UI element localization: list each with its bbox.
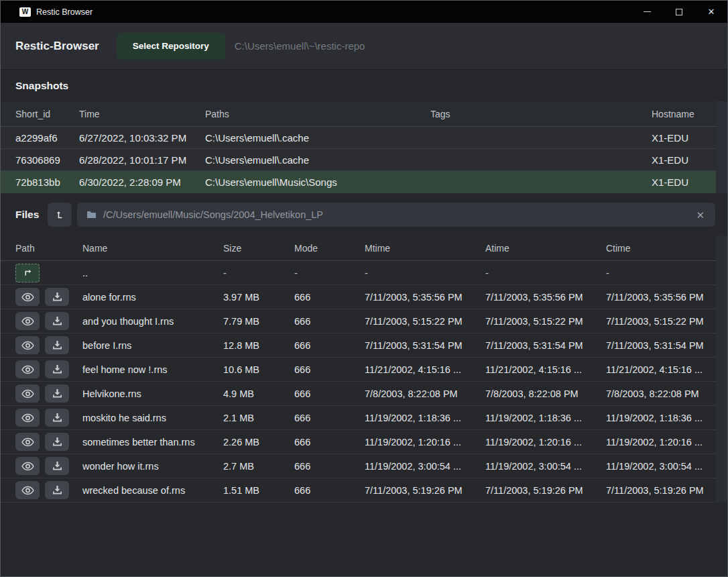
file-atime: 11/21/2002, 4:15:16 ... (485, 364, 606, 375)
snapshot-short-id: 72b813bb (15, 176, 79, 188)
eye-icon (21, 462, 34, 471)
minimize-button[interactable] (631, 1, 663, 23)
file-name[interactable]: alone for.rns (82, 292, 223, 303)
files-col-atime[interactable]: Atime (485, 243, 606, 254)
file-name[interactable]: .. (82, 268, 223, 278)
file-name[interactable]: and you thought I.rns (82, 316, 223, 327)
file-mtime: 7/8/2003, 8:22:08 PM (365, 388, 485, 399)
file-ctime: 7/11/2003, 5:19:26 PM (606, 485, 716, 496)
file-row: before I.rns 12.8 MB 666 7/11/2003, 5:31… (1, 333, 716, 358)
file-name[interactable]: moskito he said.rns (82, 413, 223, 423)
close-button[interactable]: ✕ (695, 1, 727, 23)
download-file-button[interactable] (45, 433, 69, 451)
file-mtime: 7/11/2003, 5:31:54 PM (365, 340, 485, 351)
files-table: Path Name Size Mode Mtime Atime Ctime ..… (1, 235, 727, 503)
snapshot-time: 6/30/2022, 2:28:09 PM (79, 176, 205, 188)
file-mtime: 11/19/2002, 1:20:16 ... (365, 437, 485, 448)
files-col-ctime[interactable]: Ctime (606, 243, 716, 254)
files-path-value: /C/Users/emuell/Music/Songs/2004_Helveti… (103, 209, 323, 220)
file-name[interactable]: wonder how it.rns (82, 461, 223, 472)
snapshot-row-selected[interactable]: 72b813bb 6/30/2022, 2:28:09 PM C:\Users\… (1, 171, 716, 193)
eye-icon (21, 437, 34, 447)
file-mode: 666 (294, 461, 365, 472)
eye-icon (21, 365, 34, 374)
titlebar[interactable]: W Restic Browser ✕ (1, 1, 727, 23)
file-atime: 7/11/2003, 5:15:22 PM (485, 316, 606, 327)
snapshot-hostname: X1-EDU (652, 132, 716, 144)
scrollbar-track[interactable] (716, 235, 727, 503)
file-row: wonder how it.rns 2.7 MB 666 11/19/2002,… (1, 454, 716, 478)
file-atime: 11/19/2002, 3:00:54 ... (485, 461, 606, 472)
snapshots-col-hostname[interactable]: Hostname (652, 109, 716, 119)
file-mtime: 11/21/2002, 4:15:16 ... (365, 364, 485, 375)
files-col-name[interactable]: Name (82, 243, 223, 254)
file-size: 2.1 MB (223, 413, 294, 423)
snapshot-row[interactable]: a2299af6 6/27/2022, 10:03:32 PM C:\Users… (1, 127, 716, 149)
up-dir-button[interactable] (15, 264, 40, 282)
file-size: 1.51 MB (223, 485, 294, 496)
file-atime: 7/8/2003, 8:22:08 PM (485, 388, 606, 399)
preview-file-button[interactable] (15, 481, 40, 499)
download-icon (52, 364, 62, 374)
preview-file-button[interactable] (15, 409, 40, 427)
clear-path-button[interactable]: ✕ (694, 209, 706, 221)
preview-file-button[interactable] (15, 433, 40, 451)
download-file-button[interactable] (45, 481, 69, 499)
file-mtime: 7/11/2003, 5:19:26 PM (365, 485, 485, 496)
preview-file-button[interactable] (15, 457, 40, 475)
file-name[interactable]: sometimes better than.rns (82, 437, 223, 448)
goto-root-button[interactable] (48, 203, 72, 227)
download-file-button[interactable] (45, 312, 69, 330)
snapshots-col-short-id[interactable]: Short_id (15, 109, 79, 119)
preview-file-button[interactable] (15, 360, 40, 378)
download-file-button[interactable] (45, 288, 69, 306)
preview-file-button[interactable] (15, 312, 40, 330)
level-up-icon (56, 211, 64, 219)
download-file-button[interactable] (45, 457, 69, 475)
download-icon (52, 292, 62, 302)
window-controls: ✕ (631, 1, 727, 23)
file-name[interactable]: wrecked because of.rns (82, 485, 223, 496)
file-atime: - (485, 268, 606, 278)
select-repository-button[interactable]: Select Repository (117, 33, 225, 60)
maximize-button[interactable] (663, 1, 695, 23)
snapshots-col-time[interactable]: Time (79, 109, 205, 119)
file-name[interactable]: before I.rns (82, 340, 223, 351)
file-atime: 11/19/2002, 1:18:36 ... (485, 413, 606, 423)
file-name[interactable]: Helvikone.rns (82, 388, 223, 399)
app-title: Restic-Browser (15, 40, 99, 53)
eye-icon (21, 486, 34, 495)
file-atime: 7/11/2003, 5:19:26 PM (485, 485, 606, 496)
snapshots-col-tags[interactable]: Tags (430, 109, 652, 119)
file-size: 2.26 MB (223, 437, 294, 448)
file-row: moskito he said.rns 2.1 MB 666 11/19/200… (1, 406, 716, 430)
files-path-input[interactable]: /C/Users/emuell/Music/Songs/2004_Helveti… (77, 203, 715, 227)
download-file-button[interactable] (45, 384, 69, 403)
download-file-button[interactable] (45, 336, 69, 354)
scrollbar-track[interactable] (716, 101, 727, 193)
download-file-button[interactable] (45, 409, 69, 427)
files-col-mtime[interactable]: Mtime (365, 243, 485, 254)
file-mode: 666 (294, 485, 365, 496)
download-file-button[interactable] (45, 360, 69, 378)
file-ctime: 11/19/2002, 3:00:54 ... (606, 461, 716, 472)
file-mode: 666 (294, 292, 365, 303)
snapshot-paths: C:\Users\emuell\.cache (205, 132, 430, 144)
file-mode: - (294, 268, 365, 278)
preview-file-button[interactable] (15, 384, 40, 403)
snapshot-time: 6/28/2022, 10:01:17 PM (79, 154, 205, 166)
snapshots-col-paths[interactable]: Paths (205, 109, 430, 119)
repo-header: Restic-Browser Select Repository C:\User… (1, 23, 727, 70)
preview-file-button[interactable] (15, 336, 40, 354)
wails-logo-icon: W (19, 7, 31, 17)
file-mtime: - (365, 268, 485, 278)
snapshot-row[interactable]: 76306869 6/28/2022, 10:01:17 PM C:\Users… (1, 149, 716, 171)
files-col-size[interactable]: Size (223, 243, 294, 254)
files-col-mode[interactable]: Mode (294, 243, 365, 254)
files-col-path[interactable]: Path (15, 243, 82, 254)
file-row: and you thought I.rns 7.79 MB 666 7/11/2… (1, 309, 716, 333)
file-mode: 666 (294, 340, 365, 351)
preview-file-button[interactable] (15, 288, 40, 306)
window-title: Restic Browser (36, 7, 93, 17)
file-name[interactable]: feel home now !.rns (82, 364, 223, 375)
